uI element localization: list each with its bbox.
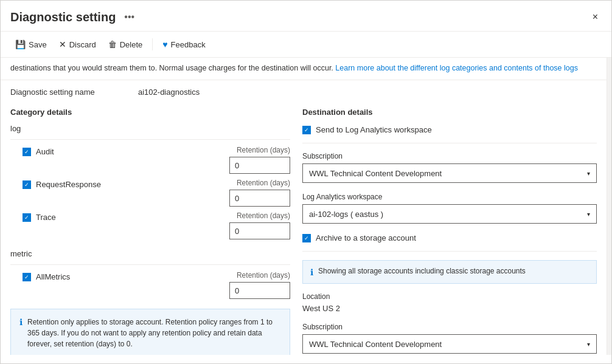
audit-row: ✓ Audit Retention (days): [10, 146, 290, 174]
allmetrics-label: AllMetrics: [36, 272, 70, 281]
location-value: West US 2: [302, 304, 597, 313]
retention-info-text: Retention only applies to storage accoun…: [27, 317, 281, 349]
two-col-layout: Category details log ✓ Audit: [10, 108, 597, 355]
info-icon: ℹ: [19, 317, 23, 349]
trace-row: ✓ Trace Retention (days): [10, 211, 290, 239]
requestresponse-retention-input[interactable]: [229, 190, 290, 207]
storage-divider: [302, 251, 597, 252]
trace-label: Trace: [36, 213, 56, 222]
metric-group-title: metric: [10, 249, 290, 258]
metric-section: metric ✓ AllMetrics Retention (days): [10, 249, 290, 299]
allmetrics-row: ✓ AllMetrics Retention (days): [10, 271, 290, 299]
trace-retention: Retention (days): [223, 211, 290, 239]
info-banner-text: destinations that you would stream them …: [10, 64, 333, 72]
location-label: Location: [302, 292, 597, 301]
log-analytics-workspace-field: Log Analytics workspace ai-102-logs ( ea…: [302, 193, 597, 224]
log-analytics-checkbox[interactable]: ✓: [302, 126, 311, 134]
storage-subscription-value: WWL Technical Content Development: [309, 340, 442, 349]
requestresponse-retention-label: Retention (days): [237, 179, 290, 187]
metric-divider: [10, 264, 290, 265]
log-analytics-checkbox-row: ✓ Send to Log Analytics workspace: [302, 125, 597, 134]
log-group-title: log: [10, 124, 290, 133]
allmetrics-checkbox[interactable]: ✓: [23, 273, 31, 281]
setting-name-row: Diagnostic setting name ai102-diagnostic…: [10, 88, 597, 97]
storage-checkbox-label: Archive to a storage account: [316, 233, 416, 242]
storage-checkbox[interactable]: ✓: [302, 234, 311, 242]
trace-checkbox[interactable]: ✓: [23, 213, 31, 222]
log-analytics-workspace-arrow: ▾: [587, 211, 590, 218]
log-analytics-subscription-value: WWL Technical Content Development: [309, 169, 442, 178]
discard-button[interactable]: ✕ Discard: [54, 36, 101, 52]
dialog-title: Diagnostic setting: [10, 10, 116, 24]
log-analytics-workspace-label: Log Analytics workspace: [302, 193, 597, 201]
ellipsis-button[interactable]: •••: [122, 10, 137, 24]
setting-name-label: Diagnostic setting name: [10, 88, 102, 97]
toolbar-separator: [152, 38, 153, 50]
destination-details-title: Destination details: [302, 108, 597, 117]
audit-retention-input[interactable]: [229, 157, 290, 174]
allmetrics-retention-label: Retention (days): [237, 271, 290, 280]
content-area: destinations that you would stream them …: [1, 58, 611, 355]
log-analytics-subscription-field: Subscription WWL Technical Content Devel…: [302, 152, 597, 183]
audit-retention: Retention (days): [223, 146, 290, 174]
dialog-header: Diagnostic setting ••• ×: [1, 1, 611, 32]
log-analytics-subscription-label: Subscription: [302, 152, 597, 160]
toolbar: 💾 Save ✕ Discard 🗑 Delete ♥ Feedback: [1, 32, 611, 58]
trace-retention-label: Retention (days): [237, 211, 290, 220]
requestresponse-retention: Retention (days): [223, 179, 290, 207]
trace-retention-input[interactable]: [229, 222, 290, 239]
log-section: log ✓ Audit Retention (days): [10, 124, 290, 239]
location-field: Location West US 2: [302, 292, 597, 313]
main-content: destinations that you would stream them …: [1, 58, 607, 355]
allmetrics-retention: Retention (days): [223, 271, 290, 299]
storage-subscription-label: Subscription: [302, 323, 597, 331]
save-button[interactable]: 💾 Save: [10, 36, 52, 52]
storage-checkbox-row: ✓ Archive to a storage account: [302, 233, 597, 242]
log-analytics-subscription-dropdown[interactable]: WWL Technical Content Development ▾: [302, 163, 597, 183]
retention-info-box: ℹ Retention only applies to storage acco…: [10, 309, 290, 355]
delete-button[interactable]: 🗑 Delete: [103, 36, 148, 52]
storage-info-box: ℹ Showing all storage accounts including…: [302, 260, 597, 284]
audit-checkbox[interactable]: ✓: [23, 148, 31, 156]
log-analytics-workspace-value: ai-102-logs ( eastus ): [309, 210, 383, 219]
storage-subscription-arrow: ▾: [587, 341, 590, 348]
save-icon: 💾: [15, 39, 26, 49]
log-divider: [10, 139, 290, 140]
log-analytics-subscription-arrow: ▾: [587, 170, 590, 177]
learn-more-link[interactable]: Learn more about the different log categ…: [335, 64, 578, 72]
requestresponse-row: ✓ RequestResponse Retention (days): [10, 179, 290, 207]
close-button[interactable]: ×: [589, 9, 602, 25]
feedback-button[interactable]: ♥ Feedback: [158, 36, 210, 52]
storage-info-icon: ℹ: [310, 267, 313, 277]
requestresponse-label: RequestResponse: [36, 180, 101, 189]
storage-info-text: Showing all storage accounts including c…: [318, 267, 526, 277]
audit-label: Audit: [36, 147, 54, 156]
storage-subscription-field: Subscription WWL Technical Content Devel…: [302, 323, 597, 354]
requestresponse-checkbox[interactable]: ✓: [23, 180, 31, 189]
delete-icon: 🗑: [108, 39, 117, 49]
audit-retention-label: Retention (days): [237, 146, 290, 154]
form-content: Diagnostic setting name ai102-diagnostic…: [1, 80, 607, 355]
setting-name-value: ai102-diagnostics: [138, 88, 200, 97]
discard-icon: ✕: [59, 39, 66, 49]
category-details-title: Category details: [10, 108, 290, 117]
log-analytics-label: Send to Log Analytics workspace: [316, 125, 432, 134]
allmetrics-retention-input[interactable]: [229, 282, 290, 299]
storage-subscription-dropdown[interactable]: WWL Technical Content Development ▾: [302, 334, 597, 354]
left-column: Category details log ✓ Audit: [10, 108, 290, 355]
feedback-icon: ♥: [162, 39, 167, 49]
right-column: Destination details ✓ Send to Log Analyt…: [302, 108, 597, 355]
scrollbar[interactable]: [607, 58, 611, 355]
log-analytics-divider: [302, 143, 597, 143]
diagnostic-setting-dialog: Diagnostic setting ••• × 💾 Save ✕ Discar…: [0, 0, 612, 364]
info-banner: destinations that you would stream them …: [1, 58, 607, 80]
log-analytics-workspace-dropdown[interactable]: ai-102-logs ( eastus ) ▾: [302, 204, 597, 224]
